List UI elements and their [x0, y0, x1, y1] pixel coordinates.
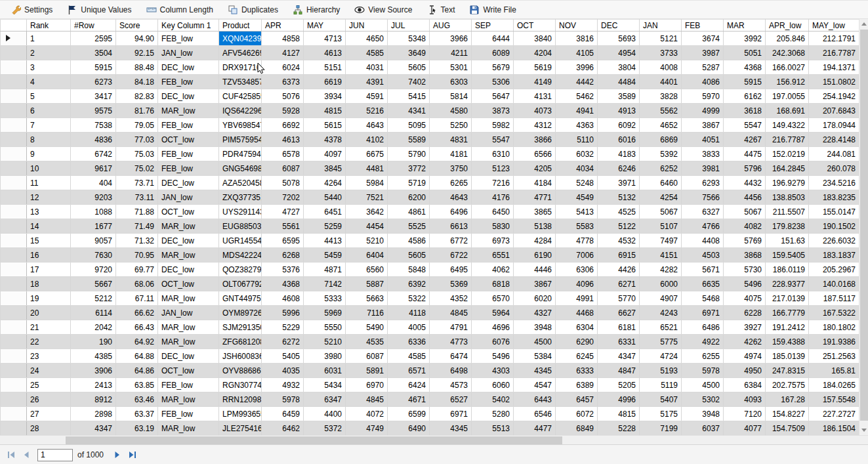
cell[interactable]: 4778	[556, 234, 598, 248]
cell[interactable]: 4591	[346, 89, 388, 104]
cell[interactable]: 4345	[430, 421, 472, 436]
row-header[interactable]	[1, 161, 27, 176]
cell[interactable]: 6190	[514, 248, 556, 263]
cell[interactable]: 5121	[640, 32, 682, 46]
cell[interactable]: 5730	[724, 263, 766, 277]
cell[interactable]: 3674	[682, 32, 724, 46]
cell[interactable]: MAR_low	[158, 219, 219, 234]
cell[interactable]: 6389	[556, 378, 598, 392]
cell[interactable]: 4368	[262, 277, 304, 291]
cell[interactable]: 5490	[346, 320, 388, 335]
cell[interactable]: 14	[27, 219, 71, 234]
cell[interactable]: 66.62	[116, 306, 158, 320]
cell[interactable]: 6271	[598, 277, 640, 291]
cell[interactable]: FEB_low	[158, 161, 219, 176]
page-number-input[interactable]	[37, 449, 73, 461]
cell[interactable]: 6032	[556, 147, 598, 161]
cell[interactable]: 5306	[472, 75, 514, 89]
cell[interactable]: 6333	[556, 364, 598, 378]
cell[interactable]: 216.7787	[766, 133, 809, 147]
cell[interactable]: OCT_low	[158, 133, 219, 147]
cell[interactable]: 5376	[262, 263, 304, 277]
cell[interactable]: 4127	[262, 46, 304, 60]
cell[interactable]: 79.05	[116, 118, 158, 133]
selected-cell[interactable]: XQN042398	[219, 32, 262, 46]
cell[interactable]: 234.5216	[809, 176, 859, 190]
cell[interactable]: 4815	[304, 104, 346, 118]
cell[interactable]: 5067	[724, 205, 766, 219]
cell[interactable]: 216.7787	[809, 46, 859, 60]
cell[interactable]: 3816	[556, 32, 598, 46]
cell[interactable]: 4031	[346, 60, 388, 75]
cell[interactable]: 4072	[346, 407, 388, 421]
write-file-button[interactable]: Write File	[463, 2, 522, 18]
cell[interactable]: 4573	[430, 378, 472, 392]
cell[interactable]: 3733	[640, 46, 682, 60]
cell[interactable]: 4432	[724, 176, 766, 190]
cell[interactable]: 5547	[472, 133, 514, 147]
row-header[interactable]	[1, 291, 27, 306]
cell[interactable]: 6016	[598, 133, 640, 147]
cell[interactable]: CUF425855	[219, 89, 262, 104]
cell[interactable]: 183.8235	[809, 190, 859, 205]
cell[interactable]: 5392	[640, 147, 682, 161]
cell[interactable]: 3927	[724, 320, 766, 335]
cell[interactable]: 7538	[71, 118, 116, 133]
cell[interactable]: 4766	[682, 219, 724, 234]
column-header-aug[interactable]: AUG	[430, 20, 472, 32]
cell[interactable]: TZV534857	[219, 75, 262, 89]
cell[interactable]: 164.2845	[766, 161, 809, 176]
cell[interactable]: 7566	[682, 190, 724, 205]
cell[interactable]: 5769	[724, 234, 766, 248]
cell[interactable]: 5348	[388, 32, 430, 46]
cell[interactable]: 6	[27, 104, 71, 118]
cell[interactable]: 4131	[514, 89, 556, 104]
cell[interactable]: 4184	[514, 176, 556, 190]
cell[interactable]: 6228	[724, 306, 766, 320]
cell[interactable]: 4913	[598, 104, 640, 118]
cell[interactable]: 5513	[472, 421, 514, 436]
cell[interactable]: 5790	[388, 147, 430, 161]
cell[interactable]: 6162	[724, 89, 766, 104]
view-source-button[interactable]: View Source	[348, 2, 419, 18]
cell[interactable]: 5372	[304, 421, 346, 436]
cell[interactable]: 6578	[262, 147, 304, 161]
cell[interactable]: 179.8238	[766, 219, 809, 234]
cell[interactable]: OYM897266	[219, 306, 262, 320]
cell[interactable]: 5663	[346, 291, 388, 306]
cell[interactable]: 4151	[640, 248, 682, 263]
cell[interactable]: MAR_low	[158, 104, 219, 118]
cell[interactable]: 4204	[514, 46, 556, 60]
cell[interactable]: 7142	[304, 277, 346, 291]
row-header[interactable]	[1, 263, 27, 277]
cell[interactable]: 2	[27, 46, 71, 60]
cell[interactable]: 5996	[262, 306, 304, 320]
row-header[interactable]	[1, 421, 27, 436]
scroll-down-icon[interactable]	[861, 429, 867, 432]
cell[interactable]: 4347	[598, 349, 640, 364]
cell[interactable]: 6627	[598, 306, 640, 320]
cell[interactable]: 71.88	[116, 205, 158, 219]
cell[interactable]: 228.9377	[766, 277, 809, 291]
cell[interactable]: IQS642296	[219, 104, 262, 118]
cell[interactable]: 5915	[71, 60, 116, 75]
cell[interactable]: 88.48	[116, 60, 158, 75]
cell[interactable]: RGN307740	[219, 378, 262, 392]
cell[interactable]: 4815	[598, 407, 640, 421]
cell[interactable]: 4096	[556, 277, 598, 291]
column-header-nov[interactable]: NOV	[556, 20, 598, 32]
cell[interactable]: RRN120980	[219, 392, 262, 407]
text-button[interactable]: Text	[420, 2, 461, 18]
cell[interactable]: EUG885037	[219, 219, 262, 234]
cell[interactable]: 4871	[304, 263, 346, 277]
row-header[interactable]	[1, 248, 27, 263]
cell[interactable]: 4484	[598, 75, 640, 89]
cell[interactable]: 4475	[724, 147, 766, 161]
cell[interactable]: 9720	[71, 263, 116, 277]
cell[interactable]: 242.3068	[766, 46, 809, 60]
cell[interactable]: 5440	[304, 190, 346, 205]
cell[interactable]: 4532	[598, 234, 640, 248]
cell[interactable]: 64.86	[116, 364, 158, 378]
cell[interactable]: 4845	[346, 392, 388, 407]
cell[interactable]: 6521	[640, 320, 682, 335]
